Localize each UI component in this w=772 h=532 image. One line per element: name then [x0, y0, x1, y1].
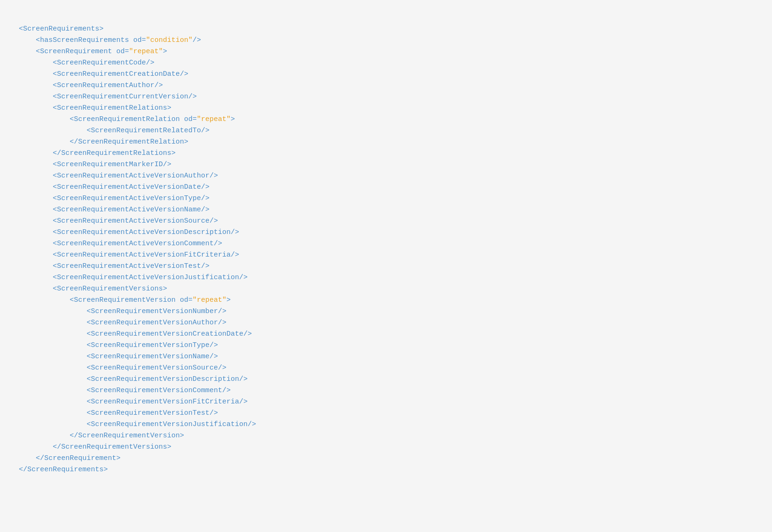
code-line: <ScreenRequirementCreationDate/> — [19, 69, 753, 80]
xml-tag: <ScreenRequirementActiveVersionFitCriter… — [53, 251, 239, 259]
code-line: <ScreenRequirementActiveVersionDescripti… — [19, 227, 753, 238]
code-line: <ScreenRequirementVersionSource/> — [19, 363, 753, 374]
xml-tag: </ScreenRequirementRelations> — [53, 149, 176, 157]
xml-tag: <ScreenRequirementRelation — [70, 115, 184, 123]
xml-tag: <ScreenRequirementActiveVersionComment/> — [53, 240, 222, 248]
code-line: <ScreenRequirementVersionType/> — [19, 340, 753, 351]
xml-attr-name: od= — [184, 115, 197, 123]
xml-tag: <ScreenRequirementVersionDescription/> — [87, 375, 248, 383]
xml-tag: <ScreenRequirementVersionComment/> — [87, 387, 231, 395]
code-line: <ScreenRequirementRelations> — [19, 103, 753, 114]
xml-tag: <ScreenRequirementVersion — [70, 296, 180, 304]
code-line: <ScreenRequirementVersionName/> — [19, 351, 753, 363]
code-line: <ScreenRequirementVersionDescription/> — [19, 374, 753, 385]
xml-attr-name: od= — [116, 48, 129, 56]
xml-tag: <ScreenRequirementCurrentVersion/> — [53, 93, 197, 101]
code-line: <ScreenRequirementRelatedTo/> — [19, 125, 753, 137]
code-line: </ScreenRequirementVersion> — [19, 430, 753, 442]
xml-tag: <ScreenRequirementVersionJustification/> — [87, 420, 256, 428]
xml-tag: <ScreenRequirementVersionTest/> — [87, 409, 218, 417]
xml-tag: <ScreenRequirementRelations> — [53, 104, 171, 112]
xml-tag: <ScreenRequirementActiveVersionJustifica… — [53, 274, 248, 282]
code-line: <ScreenRequirementRelation od="repeat"> — [19, 114, 753, 125]
code-line: <ScreenRequirementActiveVersionComment/> — [19, 238, 753, 250]
xml-tag: <ScreenRequirementMarkerID/> — [53, 161, 171, 169]
xml-tag: </ScreenRequirementVersions> — [53, 443, 171, 451]
xml-tag: </ScreenRequirementRelation> — [70, 138, 188, 146]
xml-tag: <ScreenRequirementActiveVersionTest/> — [53, 262, 209, 270]
xml-tag-close: > — [226, 296, 231, 304]
code-line: <ScreenRequirementActiveVersionSource/> — [19, 216, 753, 227]
code-line: <ScreenRequirementAuthor/> — [19, 80, 753, 91]
xml-attr-name: od= — [133, 36, 146, 44]
code-line: <ScreenRequirementCurrentVersion/> — [19, 91, 753, 103]
xml-tag: </ScreenRequirements> — [19, 466, 108, 474]
xml-attr-value: "condition" — [146, 36, 193, 44]
code-line: </ScreenRequirements> — [19, 464, 753, 476]
code-line: <ScreenRequirementMarkerID/> — [19, 159, 753, 170]
xml-tag: <ScreenRequirementVersionNumber/> — [87, 307, 226, 315]
code-line: <ScreenRequirementVersionTest/> — [19, 408, 753, 419]
code-line: <ScreenRequirementActiveVersionType/> — [19, 193, 753, 204]
code-line: <ScreenRequirementVersionFitCriteria/> — [19, 396, 753, 408]
code-line: <ScreenRequirementVersionCreationDate/> — [19, 329, 753, 340]
xml-tag: <ScreenRequirementVersionName/> — [87, 353, 218, 361]
code-line: <ScreenRequirementVersion od="repeat"> — [19, 295, 753, 306]
xml-attr-name: od= — [180, 296, 193, 304]
xml-tag: <ScreenRequirementAuthor/> — [53, 81, 163, 89]
code-line: </ScreenRequirementRelation> — [19, 137, 753, 148]
xml-tag: <ScreenRequirementActiveVersionName/> — [53, 206, 209, 214]
xml-tag-close: /> — [193, 36, 201, 44]
code-line: <ScreenRequirementVersionNumber/> — [19, 306, 753, 317]
code-line: <ScreenRequirementActiveVersionJustifica… — [19, 272, 753, 283]
xml-tag: <ScreenRequirementActiveVersionDate/> — [53, 183, 209, 191]
code-line: <ScreenRequirement od="repeat"> — [19, 46, 753, 57]
code-line: <ScreenRequirementActiveVersionAuthor/> — [19, 170, 753, 182]
xml-tag: <ScreenRequirementVersionSource/> — [87, 364, 226, 372]
xml-attr-value: "repeat" — [197, 115, 231, 123]
xml-tag: </ScreenRequirementVersion> — [70, 432, 184, 440]
code-line: <ScreenRequirementVersions> — [19, 283, 753, 295]
xml-tag: <ScreenRequirements> — [19, 25, 104, 33]
xml-tag: <ScreenRequirementActiveVersionType/> — [53, 194, 209, 202]
xml-tag: <ScreenRequirementRelatedTo/> — [87, 127, 209, 135]
code-line: <ScreenRequirementCode/> — [19, 57, 753, 69]
xml-tag: <ScreenRequirementActiveVersionAuthor/> — [53, 172, 218, 180]
xml-tag: <ScreenRequirementVersionFitCriteria/> — [87, 398, 248, 406]
code-line: <ScreenRequirementActiveVersionName/> — [19, 204, 753, 216]
xml-attr-value: "repeat" — [193, 296, 226, 304]
xml-tag: <ScreenRequirementActiveVersionDescripti… — [53, 228, 239, 236]
xml-tag: <ScreenRequirement — [36, 48, 116, 56]
xml-tag: <ScreenRequirementActiveVersionSource/> — [53, 217, 218, 225]
xml-code-block: <ScreenRequirements> <hasScreenRequireme… — [19, 14, 753, 485]
xml-attr-value: "repeat" — [129, 48, 163, 56]
code-line: <ScreenRequirementActiveVersionFitCriter… — [19, 250, 753, 261]
code-line: <ScreenRequirementVersionJustification/> — [19, 419, 753, 430]
code-line: <ScreenRequirementActiveVersionTest/> — [19, 261, 753, 272]
xml-tag: <ScreenRequirementVersions> — [53, 285, 167, 293]
code-line: <hasScreenRequirements od="condition"/> — [19, 35, 753, 46]
code-line: </ScreenRequirement> — [19, 453, 753, 464]
xml-tag: <ScreenRequirementCode/> — [53, 59, 154, 67]
xml-tag: <ScreenRequirementVersionCreationDate/> — [87, 330, 252, 338]
xml-tag: <ScreenRequirementCreationDate/> — [53, 70, 188, 78]
code-line: <ScreenRequirementVersionComment/> — [19, 385, 753, 396]
code-line: </ScreenRequirementRelations> — [19, 148, 753, 159]
xml-tag: <hasScreenRequirements — [36, 36, 133, 44]
xml-tag-close: > — [163, 48, 167, 56]
code-line: </ScreenRequirementVersions> — [19, 442, 753, 453]
xml-tag: </ScreenRequirement> — [36, 454, 121, 462]
code-line: <ScreenRequirements> — [19, 24, 753, 35]
xml-tag: <ScreenRequirementVersionAuthor/> — [87, 319, 226, 327]
code-line: <ScreenRequirementVersionAuthor/> — [19, 317, 753, 329]
code-line: <ScreenRequirementActiveVersionDate/> — [19, 182, 753, 193]
xml-tag-close: > — [231, 115, 235, 123]
xml-tag: <ScreenRequirementVersionType/> — [87, 341, 218, 349]
